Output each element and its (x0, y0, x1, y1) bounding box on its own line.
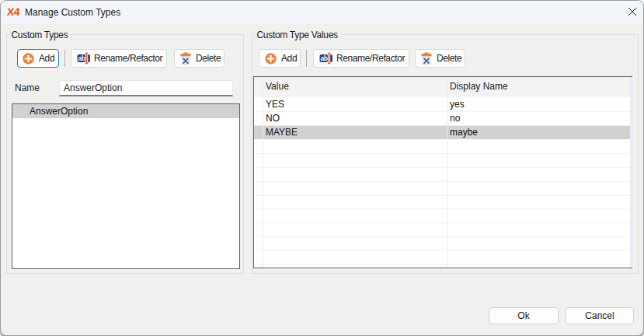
svg-text:ab: ab (78, 54, 85, 62)
svg-text:ab: ab (320, 54, 327, 62)
